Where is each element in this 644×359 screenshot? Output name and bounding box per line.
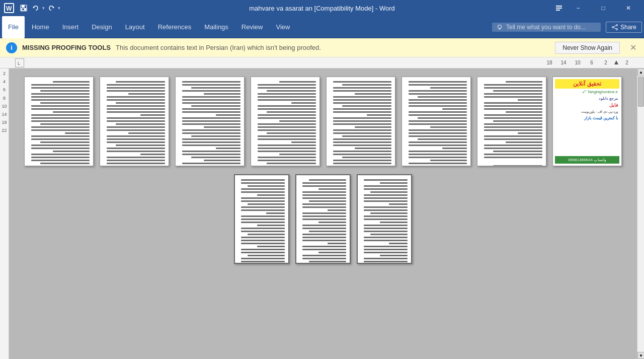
main-area: 2 4 6 8 10 14 18 22 bbox=[0, 68, 644, 359]
tab-design[interactable]: Design bbox=[86, 16, 118, 38]
tab-mailings[interactable]: Mailings bbox=[198, 16, 234, 38]
corner-icon: L bbox=[17, 60, 22, 65]
page-7[interactable] bbox=[477, 77, 546, 166]
tab-file[interactable]: File bbox=[2, 16, 25, 38]
page-9-content: - ٩ - bbox=[235, 175, 288, 264]
page-6-content bbox=[402, 77, 470, 166]
svg-text:L: L bbox=[18, 61, 20, 65]
notification-close-button[interactable]: ✕ bbox=[628, 43, 638, 53]
title-bar-left: W ▾ bbox=[4, 3, 60, 14]
page-2-content bbox=[100, 77, 169, 166]
svg-point-13 bbox=[616, 24, 617, 26]
word-icon: W bbox=[4, 3, 14, 13]
undo-button[interactable] bbox=[30, 3, 41, 14]
svg-rect-9 bbox=[556, 8, 562, 9]
svg-point-14 bbox=[612, 26, 613, 28]
page-3-content bbox=[176, 77, 244, 166]
page-5-content bbox=[327, 77, 395, 166]
ad-title: تحقیق آنلاین bbox=[555, 79, 619, 89]
share-button[interactable]: Share bbox=[606, 22, 642, 33]
scroll-track[interactable] bbox=[637, 76, 644, 352]
tell-me-search[interactable] bbox=[492, 23, 601, 32]
page-11[interactable]: - ١١ - bbox=[357, 174, 412, 264]
ruler-marker-icon bbox=[613, 59, 620, 66]
share-icon bbox=[611, 24, 618, 31]
svg-line-17 bbox=[613, 27, 616, 29]
tab-review[interactable]: Review bbox=[235, 16, 269, 38]
page-1[interactable] bbox=[24, 77, 94, 166]
page-10[interactable]: - ١٠ - bbox=[295, 174, 351, 264]
ruler-numbers: 18 14 10 6 2 2 bbox=[542, 59, 634, 66]
svg-rect-3 bbox=[22, 5, 25, 8]
page-2[interactable] bbox=[100, 77, 169, 166]
undo-dropdown[interactable]: ▾ bbox=[42, 6, 45, 11]
notification-bar: i MISSING PROOFING TOOLS This document c… bbox=[0, 38, 644, 57]
ad-price: با کمترین قیمت بازار bbox=[555, 115, 619, 121]
document-title: mahvare va asarat an [Compatibility Mode… bbox=[249, 5, 395, 12]
page-1-content bbox=[25, 77, 93, 166]
tab-home[interactable]: Home bbox=[26, 16, 55, 38]
svg-point-11 bbox=[498, 25, 501, 28]
document-canvas[interactable]: تحقیق آنلاین Tahghighonline.ir 🖊 مرجع دا… bbox=[9, 68, 637, 359]
scroll-down-button[interactable]: ▼ bbox=[637, 352, 644, 359]
svg-text:W: W bbox=[6, 5, 12, 12]
minimize-button[interactable]: − bbox=[567, 0, 590, 16]
save-button[interactable] bbox=[18, 3, 29, 14]
ad-formats: ورد-پی دی اف - پاورپوینت bbox=[555, 109, 619, 115]
page-row-1: تحقیق آنلاین Tahghighonline.ir 🖊 مرجع دا… bbox=[24, 77, 622, 166]
info-icon: i bbox=[6, 42, 17, 53]
page-row-2: - ٩ - bbox=[234, 174, 412, 264]
tab-insert[interactable]: Insert bbox=[56, 16, 85, 38]
tab-layout[interactable]: Layout bbox=[119, 16, 151, 38]
page-5[interactable] bbox=[326, 77, 395, 166]
scroll-up-button[interactable]: ▲ bbox=[637, 68, 644, 76]
maximize-button[interactable]: □ bbox=[592, 0, 615, 16]
ribbon-display-button[interactable] bbox=[553, 3, 565, 14]
page-6[interactable] bbox=[401, 77, 471, 166]
window-controls: − □ ✕ bbox=[553, 0, 640, 16]
page-9[interactable]: - ٩ - bbox=[234, 174, 289, 264]
page-4-content bbox=[251, 77, 319, 166]
title-bar: W ▾ bbox=[0, 0, 644, 16]
scroll-thumb[interactable] bbox=[638, 77, 644, 107]
ad-subtitle: مرجع دانلود bbox=[555, 95, 619, 102]
redo-button[interactable] bbox=[46, 3, 57, 14]
close-button[interactable]: ✕ bbox=[617, 0, 640, 16]
page-8-ad[interactable]: تحقیق آنلاین Tahghighonline.ir 🖊 مرجع دا… bbox=[552, 77, 622, 166]
more-commands-dropdown[interactable]: ▾ bbox=[58, 6, 60, 11]
page-7-content bbox=[477, 77, 546, 166]
tab-view[interactable]: View bbox=[270, 16, 296, 38]
svg-rect-12 bbox=[499, 29, 500, 30]
svg-marker-19 bbox=[614, 60, 618, 64]
vertical-ruler: 2 4 6 8 10 14 18 22 bbox=[0, 68, 9, 359]
svg-rect-10 bbox=[556, 10, 560, 11]
svg-line-16 bbox=[613, 25, 616, 27]
ruler-corner[interactable]: L bbox=[15, 58, 24, 67]
never-show-again-button[interactable]: Never Show Again bbox=[555, 42, 620, 54]
svg-point-15 bbox=[616, 28, 617, 30]
vertical-scrollbar[interactable]: ▲ ▼ bbox=[637, 68, 644, 359]
page-4[interactable] bbox=[251, 77, 320, 166]
ribbon: File Home Insert Design Layout Reference… bbox=[0, 16, 644, 38]
svg-rect-8 bbox=[556, 6, 562, 7]
svg-rect-5 bbox=[22, 9, 24, 10]
quick-access-toolbar: ▾ ▾ bbox=[18, 3, 60, 14]
notification-message: This document contains text in Persian (… bbox=[116, 44, 321, 51]
tab-references[interactable]: References bbox=[152, 16, 197, 38]
page-3[interactable] bbox=[175, 77, 245, 166]
page-10-content: - ١٠ - bbox=[296, 175, 350, 264]
ad-site: Tahghighonline.ir 🖊 bbox=[555, 89, 619, 95]
horizontal-ruler: L 18 14 10 6 2 2 bbox=[0, 57, 644, 68]
ad-file: فایل bbox=[555, 102, 619, 109]
ad-contact: واتساپ 09981366624 bbox=[555, 156, 619, 164]
notification-title: MISSING PROOFING TOOLS bbox=[22, 44, 111, 51]
tell-me-input[interactable] bbox=[506, 24, 597, 31]
lightbulb-icon bbox=[496, 24, 503, 31]
page-11-content: - ١١ - bbox=[358, 175, 411, 264]
